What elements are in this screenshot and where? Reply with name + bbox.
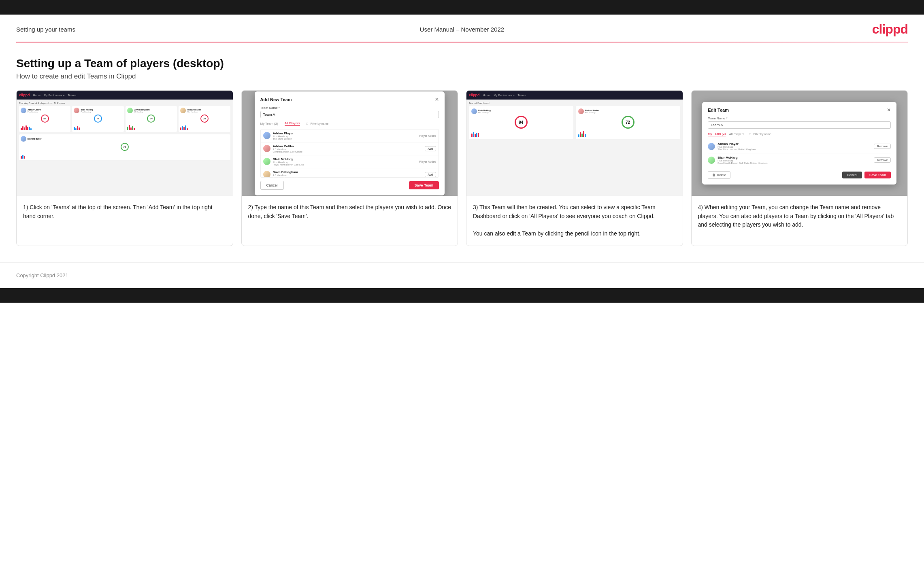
tab-all-players[interactable]: All Players (285, 121, 300, 126)
edit-players-list: Adrian Player Plus Handicap The Shire Lo… (708, 140, 891, 167)
card-4: Edit Team ✕ Team Name * Team A My Team (… (691, 90, 908, 246)
edit-player-1: Adrian Player Plus Handicap The Shire Lo… (708, 140, 891, 153)
modal2-save-button[interactable]: Save Team (864, 172, 891, 178)
modal1-players-list: Adrian Player Plus Handicap The Shire Lo… (260, 129, 439, 178)
copyright-text: Copyright Clippd 2021 (16, 272, 68, 278)
card-2-screenshot: Add New Team ✕ Team Name * Team A My Tea… (242, 91, 458, 196)
tab2-all-players[interactable]: All Players (729, 132, 744, 136)
ss1-body: Tracking 5 out of 4 players from All Pla… (17, 100, 233, 196)
screenshot-1: clippd Home My Performance Teams Trackin… (17, 91, 233, 196)
modal1-title: Add New Team (260, 97, 292, 102)
screenshot-4: Edit Team ✕ Team Name * Team A My Team (… (692, 91, 908, 196)
add-team-modal: Add New Team ✕ Team Name * Team A My Tea… (255, 91, 445, 195)
page-subtitle: How to create and edit Teams in Clippd (16, 72, 908, 81)
page-title: Setting up a Team of players (desktop) (16, 57, 908, 70)
card-1: clippd Home My Performance Teams Trackin… (16, 90, 233, 246)
modal1-avatar-3 (263, 158, 270, 165)
tab-my-team[interactable]: My Team (2) (260, 122, 278, 125)
card-3: clippd Home My Performance Teams Team A … (466, 90, 683, 246)
ss3-player-2: Richard Butler Plus Handicap 72 (576, 106, 680, 139)
card-3-edit-text: You can also edit a Team by clicking the… (473, 230, 641, 237)
trash-icon: 🗑 (712, 173, 715, 177)
modal1-player-3: Blair McHarg Plus Handicap Royal North D… (261, 155, 439, 168)
modal1-close-icon[interactable]: ✕ (435, 97, 439, 102)
modal1-player-3-status: Player Added (419, 160, 436, 163)
card-1-screenshot: clippd Home My Performance Teams Trackin… (17, 91, 233, 196)
modal1-team-name-input[interactable]: Team A (260, 111, 439, 118)
modal1-player-2: Adrian Coliba 1.5 Handicap Central Londo… (261, 142, 439, 155)
modal1-avatar-1 (263, 132, 270, 139)
modal2-team-name-label: Team Name * (708, 117, 891, 120)
modal1-team-name-label: Team Name * (260, 106, 439, 110)
ss1-player-4: Richard Butler Plus Handicap 78 (179, 106, 230, 132)
ss1-player-1: Adrian Collins Plus Handicap 84 (19, 106, 70, 132)
edit-modal-footer: 🗑 Delete Cancel Save Team (708, 171, 891, 179)
edit-player-2: Blair McHarg Plus Handicap Royal North D… (708, 153, 891, 167)
modal2-title: Edit Team (708, 108, 729, 112)
ss3-player-1: Blair McHarg Plus Handicap 94 (469, 106, 573, 139)
modal1-save-button[interactable]: Save Team (409, 181, 439, 189)
footer: Copyright Clippd 2021 (0, 262, 924, 288)
card-2: Add New Team ✕ Team Name * Team A My Tea… (241, 90, 458, 246)
remove-player-1-button[interactable]: Remove (874, 144, 891, 149)
modal2-tabs: My Team (2) All Players □ Filter by name (708, 132, 891, 136)
page-title-section: Setting up a Team of players (desktop) H… (0, 42, 924, 90)
modal1-cancel-button[interactable]: Cancel (260, 181, 284, 190)
card-3-step-text: 3) This Team will then be created. You c… (473, 204, 656, 219)
ss1-topbar: clippd Home My Performance Teams (17, 91, 233, 100)
card-4-screenshot: Edit Team ✕ Team Name * Team A My Team (… (692, 91, 908, 196)
header: Setting up your teams User Manual – Nove… (0, 15, 924, 42)
logo: clippd (872, 22, 908, 37)
modal2-team-name-input[interactable]: Team A (708, 121, 891, 129)
modal1-player-4: Dave Billingham 1.5 Handicap The Gog Mag… (261, 168, 439, 178)
ss1-player-3: Dave Billingham 1.5 Handicap 94 (126, 106, 177, 132)
card-4-text: 4) When editing your Team, you can chang… (692, 196, 908, 246)
modal1-filter-label: Filter by name (311, 122, 328, 125)
ss1-logo: clippd (19, 93, 30, 97)
card-3-screenshot: clippd Home My Performance Teams Team A … (466, 91, 683, 196)
modal1-add-player-4-button[interactable]: Add (425, 172, 436, 177)
modal1-tabs: My Team (2) All Players □ Filter by name (260, 121, 439, 126)
cards-grid: clippd Home My Performance Teams Trackin… (0, 90, 924, 262)
screenshot-3: clippd Home My Performance Teams Team A … (466, 91, 683, 196)
ss1-player-2: Blair McHarg Plus Handicap 0 (72, 106, 123, 132)
tab2-my-team[interactable]: My Team (2) (708, 132, 726, 136)
bottom-bar (0, 288, 924, 303)
modal2-filter-label: Filter by name (754, 133, 771, 136)
top-bar (0, 0, 924, 15)
screenshot-2: Add New Team ✕ Team Name * Team A My Tea… (242, 91, 458, 196)
edit-avatar-2 (708, 157, 715, 164)
modal1-footer: Cancel Save Team (260, 181, 439, 190)
modal2-cancel-button[interactable]: Cancel (842, 172, 862, 178)
header-center-text: User Manual – November 2022 (420, 26, 504, 33)
ss1-avatar-1 (21, 108, 26, 113)
modal2-close-icon[interactable]: ✕ (887, 108, 891, 112)
ss1-players-row: Adrian Collins Plus Handicap 84 (19, 106, 230, 132)
edit-avatar-1 (708, 143, 715, 150)
card-3-text: 3) This Team will then be created. You c… (466, 196, 683, 246)
modal1-player-1-status: Player Added (419, 134, 436, 137)
card-1-text: 1) Click on 'Teams' at the top of the sc… (17, 196, 233, 246)
ss1-player-5: Richard Butler 72 (19, 134, 230, 160)
edit-team-modal: Edit Team ✕ Team Name * Team A My Team (… (702, 102, 896, 185)
header-left-text: Setting up your teams (16, 26, 75, 33)
modal1-avatar-4 (263, 171, 270, 178)
remove-player-2-button[interactable]: Remove (874, 157, 891, 163)
modal1-player-1: Adrian Player Plus Handicap The Shire Lo… (261, 129, 439, 142)
delete-team-button[interactable]: 🗑 Delete (708, 171, 730, 179)
modal1-add-player-2-button[interactable]: Add (425, 146, 436, 151)
modal1-avatar-2 (263, 145, 270, 152)
card-2-text: 2) Type the name of this Team and then s… (242, 196, 458, 246)
